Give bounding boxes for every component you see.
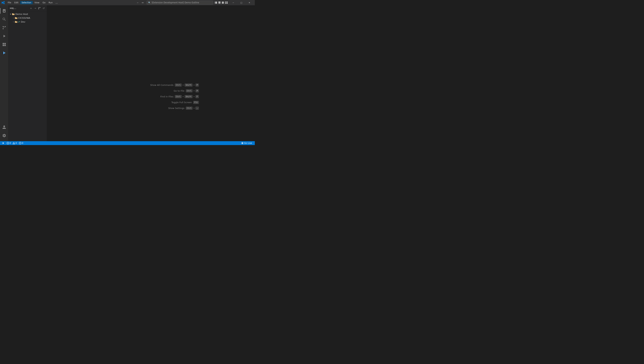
svg-rect-13 [2,43,4,44]
svg-point-28 [14,144,14,144]
statusbar-left: 0 0 0 [2,141,24,145]
key-sep-4: + [182,96,184,98]
statusbar: 0 0 0 Go Live [0,141,255,145]
activity-remote-explorer[interactable] [0,49,8,57]
svg-point-10 [2,28,4,29]
tree-item-dev[interactable]: › ✔ Dev [8,20,47,24]
shortcut-label-toggle-fullscreen: Toggle Full Screen [171,101,192,104]
window-controls: ─ □ ✕ [229,0,254,5]
statusbar-remote-icon[interactable] [2,141,5,145]
key-p-2: P [196,89,199,92]
key-sep-5: + [193,96,195,98]
activity-run-debug[interactable] [0,32,8,40]
key-shift: Shift [184,84,192,87]
shortcut-keys-show-settings: Ctrl + , [186,107,199,110]
statusbar-errors[interactable]: 0 0 [6,141,18,145]
key-sep-6: + [193,107,195,109]
menu-more[interactable]: ... [54,1,59,5]
shortcut-label-go-to-file: Go to File [174,90,184,92]
menu-run[interactable]: Run [47,1,54,4]
shortcut-keys-find-in-files: Ctrl + Shift + F [175,95,199,98]
activity-bar [0,5,8,141]
search-text: [Extension Development Host] Demo Outlin… [152,2,199,4]
new-file-button[interactable]: + [29,7,33,10]
svg-rect-1 [216,2,217,4]
toolbar-layout-buttons [214,1,228,4]
menu-selection[interactable]: Selection [20,1,32,4]
tree-label-demo-host: Demo Host [16,13,28,16]
sidebar-title: HBJ... [10,7,16,10]
menu-bar: File Edit Selection View Go Run ... [6,1,136,5]
key-sep-2: + [193,84,195,86]
titlebar: File Edit Selection View Go Run ... ← → … [0,0,255,5]
svg-rect-5 [223,2,224,4]
tree-item-cicssvwa[interactable]: › CICSSVWA [8,16,47,20]
svg-rect-7 [226,2,228,3]
activity-search[interactable] [0,15,8,24]
activity-bar-bottom [0,123,8,141]
key-f11: F11 [193,101,199,104]
shortcut-label-show-all-commands: Show All Commands [150,84,174,86]
key-comma: , [196,107,199,110]
refresh-button[interactable]: ↺ [42,7,45,10]
svg-rect-8 [225,3,226,4]
file-tree: ▾ Demo Host › CICSSVWA › ✔ [8,12,47,141]
activity-account[interactable] [0,123,8,131]
menu-edit[interactable]: Edit [13,1,20,4]
go-live-button[interactable]: Go Live [240,141,254,145]
key-ctrl-2: Ctrl [186,89,193,92]
statusbar-error-count: 0 [10,142,11,144]
svg-marker-19 [3,52,5,54]
shortcut-keys-show-all-commands: Ctrl + Shift + P [175,84,199,87]
svg-point-32 [242,143,243,144]
svg-rect-20 [38,7,39,8]
activity-extensions[interactable] [0,40,8,49]
chevron-down-icon: ▾ [9,13,12,16]
tree-label-cicssvwa: CICSSVWA [18,17,30,19]
svg-rect-9 [226,3,228,4]
minimize-button[interactable]: ─ [229,0,237,5]
close-button[interactable]: ✕ [245,0,254,5]
svg-point-31 [20,143,20,144]
new-folder-button[interactable]: ⇥ [34,7,37,10]
menu-file[interactable]: File [6,1,12,4]
customize-layout-button[interactable] [225,1,228,4]
svg-rect-16 [4,45,6,46]
chevron-right-icon: › [12,17,15,19]
svg-rect-14 [4,43,6,44]
collapse-all-button[interactable] [38,7,41,10]
svg-rect-2 [218,2,220,3]
maximize-button[interactable]: □ [237,0,245,5]
shortcut-show-all-commands: Show All Commands Ctrl + Shift + P [150,84,199,87]
vscode-logo [2,1,5,5]
tree-label-dev: Dev [21,21,26,23]
svg-point-26 [8,143,8,144]
svg-rect-0 [215,2,216,4]
activity-settings[interactable] [0,131,8,140]
toggle-sidebar-button[interactable] [214,1,217,4]
sidebar-header: HBJ... + ⇥ ↺ [8,5,47,12]
sidebar-actions: + ⇥ ↺ [29,7,45,10]
command-palette-button[interactable]: 🔍 [Extension Development Host] Demo Outl… [147,1,213,5]
svg-rect-3 [218,3,220,4]
shortcut-keys-go-to-file: Ctrl + P [186,89,199,92]
menu-go[interactable]: Go [41,1,47,4]
menu-view[interactable]: View [33,1,41,4]
shortcut-keys-toggle-fullscreen: F11 [193,101,199,104]
activity-source-control[interactable] [0,24,8,32]
nav-back-button[interactable]: ← [136,1,140,5]
toggle-secondary-sidebar-button[interactable] [222,1,224,4]
tree-item-demo-host[interactable]: ▾ Demo Host [8,12,47,16]
svg-rect-6 [225,2,226,3]
key-p: P [196,84,199,87]
navigation-buttons: ← → [136,1,144,5]
main-content: Show All Commands Ctrl + Shift + P Go to… [47,5,255,141]
shortcut-label-find-in-files: Find in Files [160,95,174,98]
nav-forward-button[interactable]: → [140,1,144,5]
toggle-panel-button[interactable] [218,1,221,4]
svg-rect-21 [40,7,40,8]
statusbar-right: Go Live [240,141,254,145]
statusbar-info[interactable]: 0 [18,141,24,145]
activity-explorer[interactable] [0,7,8,15]
shortcut-find-in-files: Find in Files Ctrl + Shift + F [150,95,199,98]
